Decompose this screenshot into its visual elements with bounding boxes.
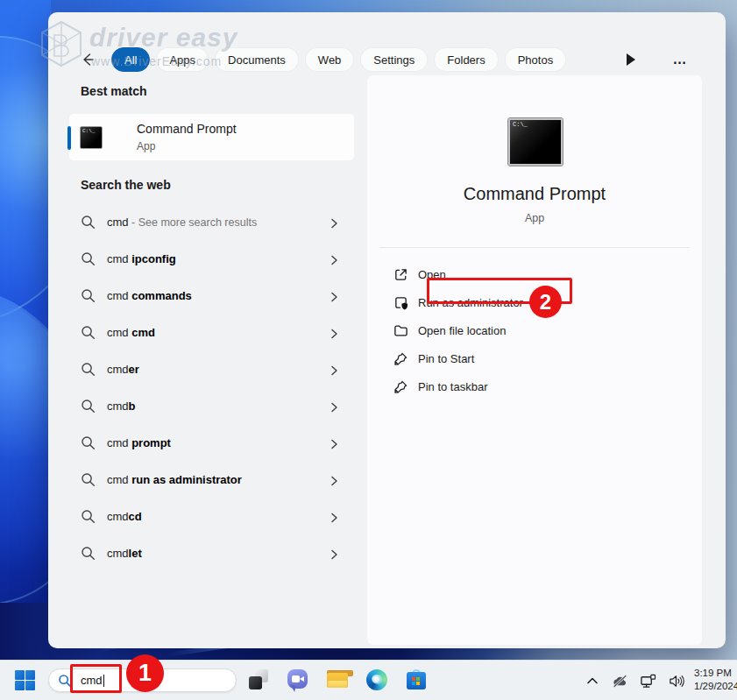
expand-tabs-button[interactable]	[622, 51, 640, 68]
best-match-app-type: App	[137, 140, 155, 152]
tab-label: Web	[318, 53, 342, 67]
back-arrow-icon	[79, 51, 96, 68]
tray-chevron-up-icon	[586, 676, 599, 685]
search-suggestion-icon	[81, 509, 96, 524]
annotation-step-2-badge: 2	[529, 286, 562, 318]
web-suggestion-row[interactable]: cmd ipconfig	[81, 240, 340, 277]
tab-photos[interactable]: Photos	[505, 47, 566, 72]
desktop-screen: AllAppsDocumentsWebSettingsFoldersPhotos…	[0, 0, 737, 700]
search-suggestion-icon	[81, 251, 96, 266]
tab-label: All	[124, 53, 137, 67]
search-suggestion-icon	[81, 362, 96, 377]
tab-label: Documents	[228, 53, 286, 67]
tab-all[interactable]: All	[111, 47, 150, 72]
best-match-app-name: Command Prompt	[137, 122, 237, 136]
edge-browser-button[interactable]	[366, 669, 387, 690]
command-prompt-icon: C:\_	[80, 126, 103, 149]
selection-accent-bar	[67, 126, 71, 150]
web-suggestion-row[interactable]: cmder	[81, 350, 340, 387]
chevron-right-icon	[330, 329, 339, 339]
suggestion-text: cmd cmd	[107, 326, 155, 339]
chevron-right-icon	[330, 292, 339, 302]
action-open-file-location[interactable]: Open file location	[367, 316, 702, 344]
play-icon	[626, 53, 636, 66]
suggestion-text: cmd - See more search results	[107, 216, 257, 229]
web-suggestion-row[interactable]: cmd commands	[81, 277, 340, 314]
command-prompt-icon-large: C:\_	[508, 118, 563, 166]
web-suggestion-row[interactable]: cmdlet	[81, 534, 340, 571]
tab-folders[interactable]: Folders	[434, 47, 498, 72]
tab-web[interactable]: Web	[305, 47, 355, 72]
chevron-right-icon	[330, 549, 339, 560]
search-suggestion-icon	[81, 215, 96, 230]
tab-label: Apps	[169, 53, 195, 67]
best-match-heading: Best match	[81, 84, 146, 98]
web-suggestion-row[interactable]: cmd prompt	[81, 424, 340, 461]
more-options-button[interactable]: …	[671, 51, 689, 68]
taskbar-clock[interactable]: 3:19 PM 1/29/2024	[694, 667, 737, 693]
chevron-right-icon	[330, 365, 339, 376]
microsoft-store-button[interactable]	[406, 669, 427, 690]
chevron-right-icon	[330, 218, 339, 229]
search-suggestion-icon	[81, 546, 96, 561]
task-view-button[interactable]	[248, 669, 269, 690]
search-suggestion-icon	[81, 435, 96, 450]
tray-chevron-up-button[interactable]	[584, 673, 600, 689]
preview-app-name: Command Prompt	[367, 184, 702, 204]
file-explorer-button[interactable]	[327, 669, 348, 690]
back-button[interactable]	[78, 50, 97, 69]
system-tray	[584, 661, 684, 700]
tab-settings[interactable]: Settings	[360, 47, 428, 72]
web-suggestions-list: cmd - See more search resultscmd ipconfi…	[81, 203, 340, 571]
web-suggestion-row[interactable]: cmd - See more search results	[81, 203, 340, 240]
action-label: Open file location	[418, 324, 506, 337]
action-pin-to-start[interactable]: Pin to Start	[367, 344, 702, 372]
chevron-right-icon	[330, 402, 339, 413]
action-pin-to-taskbar[interactable]: Pin to taskbar	[367, 372, 702, 400]
wallpaper-left-bloom	[0, 0, 51, 660]
divider	[379, 247, 690, 248]
tray-volume-button[interactable]	[668, 673, 684, 689]
chevron-right-icon	[330, 255, 339, 265]
suggestion-text: cmdlet	[107, 547, 142, 560]
volume-speaker-icon	[668, 674, 684, 689]
chevron-right-icon	[330, 439, 339, 449]
search-the-web-heading: Search the web	[81, 178, 171, 192]
web-suggestion-row[interactable]: cmd run as administrator	[81, 461, 340, 498]
preview-app-type: App	[367, 212, 702, 224]
annotation-step-1-badge: 1	[126, 654, 164, 692]
annotation-box-search	[70, 664, 122, 693]
search-flyout-panel: AllAppsDocumentsWebSettingsFoldersPhotos…	[48, 12, 726, 648]
suggestion-text: cmd prompt	[107, 436, 171, 449]
chevron-right-icon	[330, 513, 339, 523]
filter-tabs: AllAppsDocumentsWebSettingsFoldersPhotos	[111, 47, 572, 72]
tab-label: Photos	[518, 53, 553, 67]
tab-label: Settings	[373, 53, 415, 67]
tray-network-button[interactable]	[640, 673, 656, 689]
search-suggestion-icon	[81, 399, 96, 414]
tabs-right-controls: …	[622, 51, 726, 68]
start-button[interactable]	[15, 670, 35, 690]
suggestion-text: cmd run as administrator	[107, 473, 242, 486]
clock-time: 3:19 PM	[694, 667, 737, 680]
search-suggestion-icon	[81, 288, 96, 303]
action-label: Pin to taskbar	[418, 380, 488, 393]
app-preview-card: C:\_ Command Prompt App OpenRun as admin…	[366, 74, 703, 646]
web-suggestion-row[interactable]: cmdcd	[81, 498, 340, 534]
open-file-location-folder-icon	[393, 323, 408, 338]
web-suggestion-row[interactable]: cmd cmd	[81, 314, 340, 350]
suggestion-text: cmder	[107, 363, 139, 376]
tab-apps[interactable]: Apps	[156, 47, 209, 72]
pin-icon	[393, 379, 408, 394]
tab-label: Folders	[447, 53, 485, 67]
web-suggestion-row[interactable]: cmdb	[81, 387, 340, 424]
chat-button[interactable]	[287, 669, 308, 690]
suggestion-text: cmd commands	[107, 289, 192, 302]
tab-documents[interactable]: Documents	[215, 47, 299, 72]
network-ethernet-icon	[640, 674, 656, 689]
tray-onedrive-offline-button[interactable]	[612, 673, 628, 689]
best-match-result[interactable]: C:\_ Command Prompt App	[68, 113, 355, 161]
suggestion-text: cmdb	[107, 399, 136, 413]
run-as-admin-shield-icon	[393, 295, 408, 310]
search-filter-tabs-row: AllAppsDocumentsWebSettingsFoldersPhotos…	[48, 46, 726, 74]
